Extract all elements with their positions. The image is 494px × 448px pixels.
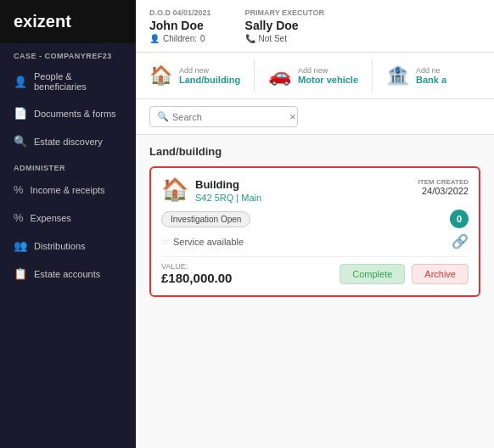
sidebar-item-label: People & beneficiaries [34,71,122,92]
card-actions: Complete Archive [340,264,469,284]
link-icon[interactable]: 🔗 [452,233,469,249]
add-new-label: Add new [179,66,240,75]
app-logo: exizent [0,0,136,43]
add-motor-vehicle-link[interactable]: Motor vehicle [298,75,358,85]
sidebar-item-label: Estate discovery [34,137,103,147]
children-info: 👤 Children: 0 [149,34,211,43]
content-area: Land/building 🏠 Building S42 5RQ | Main … [136,135,494,448]
sidebar-item-estate-discovery[interactable]: 🔍 Estate discovery [0,127,136,155]
case-label: CASE - COMPANYREF23 [0,43,136,64]
add-new-label: Add ne [416,66,446,75]
search-icon: 🔍 [14,135,27,148]
sidebar-item-income-receipts[interactable]: % Income & receipts [0,176,136,204]
search-input[interactable] [172,112,289,122]
sidebar-item-label: Distributions [34,241,86,251]
person-icon: 👤 [14,76,27,88]
sidebar-item-expenses[interactable]: % Expenses [0,204,136,232]
value-section: VALUE: £180,000.00 [161,262,232,285]
case-header: D.O.D 04/01/2021 John Doe 👤 Children: 0 … [136,0,494,53]
item-created-label: ITEM CREATED [418,178,469,186]
add-land-building[interactable]: 🏠 Add new Land/building [149,59,255,92]
item-created-date: 24/03/2022 [418,186,469,196]
building-card: 🏠 Building S42 5RQ | Main ITEM CREATED 2… [149,166,480,297]
administer-section-label: ADMINISTER [0,155,136,176]
add-new-row: 🏠 Add new Land/building 🚗 Add new Motor … [136,53,494,99]
sidebar-item-estate-accounts[interactable]: 📋 Estate accounts [0,260,136,288]
phone-icon: 📞 [245,34,255,43]
executor-status: 📞 Not Set [245,34,324,43]
sidebar-item-label: Expenses [31,213,71,223]
sidebar-item-distributions[interactable]: 👥 Distributions [0,232,136,260]
search-bar: 🔍 × [136,99,494,135]
star-icon: ☆ [161,236,170,247]
add-bank-account-link[interactable]: Bank a [416,75,446,85]
value-amount: £180,000.00 [161,271,232,285]
percent-icon: % [14,183,24,196]
clipboard-icon: 📋 [14,267,27,280]
bank-icon: 🏦 [386,64,409,87]
add-motor-vehicle[interactable]: 🚗 Add new Motor vehicle [268,59,373,92]
count-badge: 0 [450,210,469,228]
service-row: ☆ Service available 🔗 [161,233,469,249]
card-subtitle: S42 5RQ | Main [195,193,261,203]
sidebar-item-label: Income & receipts [31,185,105,195]
card-title: Building [195,178,261,191]
add-bank-account[interactable]: 🏦 Add ne Bank a [386,59,460,92]
card-footer: VALUE: £180,000.00 Complete Archive [161,256,469,285]
dod-value: 04/01/2021 [173,8,211,17]
dod-label: D.O.D 04/01/2021 [149,8,211,17]
executor-name: Sally Doe [245,19,324,32]
house-icon: 🏠 [149,64,172,87]
executor-info: Primary Executor Sally Doe 📞 Not Set [245,8,324,43]
sidebar-item-label: Documents & forms [34,109,116,119]
status-badge: Investigation Open [161,211,250,227]
add-new-label: Add new [298,66,358,75]
service-text: ☆ Service available [161,236,244,247]
deceased-info: D.O.D 04/01/2021 John Doe 👤 Children: 0 [149,8,211,43]
sidebar-item-people-beneficiaries[interactable]: 👤 People & beneficiaries [0,64,136,99]
card-header: 🏠 Building S42 5RQ | Main ITEM CREATED 2… [161,178,469,203]
main-content: D.O.D 04/01/2021 John Doe 👤 Children: 0 … [136,0,494,448]
building-icon: 🏠 [161,178,188,200]
section-title: Land/building [149,145,480,158]
percent-icon: % [14,211,24,224]
complete-button[interactable]: Complete [340,264,405,284]
status-row: Investigation Open 0 [161,210,469,228]
add-land-building-link[interactable]: Land/building [179,75,240,85]
people-icon: 👥 [14,239,27,252]
document-icon: 📄 [14,107,27,120]
sidebar-item-documents-forms[interactable]: 📄 Documents & forms [0,99,136,127]
executor-label: Primary Executor [245,8,324,17]
deceased-name: John Doe [149,19,211,32]
person-icon: 👤 [149,34,160,43]
value-label: VALUE: [161,262,232,271]
car-icon: 🚗 [268,64,291,87]
sidebar: exizent CASE - COMPANYREF23 👤 People & b… [0,0,136,448]
archive-button[interactable]: Archive [412,264,469,284]
search-input-wrapper: 🔍 × [149,106,298,127]
clear-search-button[interactable]: × [289,110,296,123]
search-icon: 🔍 [157,111,169,122]
sidebar-item-label: Estate accounts [34,269,100,279]
